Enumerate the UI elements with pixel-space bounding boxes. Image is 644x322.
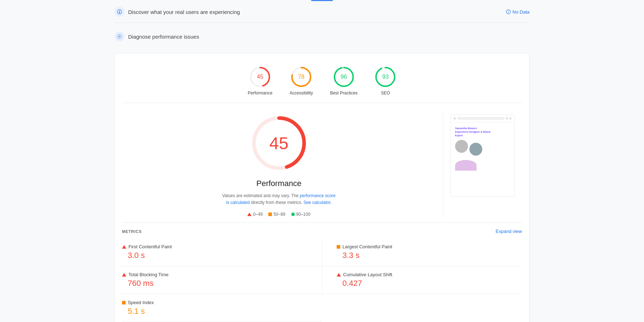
metric-tbt-label-row: Total Blocking Time — [122, 272, 308, 277]
scores-row: 45 Performance 78 Accessibility — [122, 60, 522, 103]
preview-name: Samantha Bowers Experience Designer & Br… — [455, 127, 510, 137]
big-score-area: 45 Performance Values are estimated and … — [122, 103, 522, 223]
svg-rect-2 — [119, 12, 120, 13]
legend-triangle-icon — [247, 213, 252, 216]
legend-red-label: 0–49 — [253, 212, 263, 217]
svg-point-7 — [118, 35, 120, 37]
dot-3 — [509, 117, 512, 119]
metric-cls: Cumulative Layout Shift 0.427 — [322, 266, 522, 294]
screenshot-body: Samantha Bowers Experience Designer & Br… — [451, 122, 514, 175]
metric-si-label-row: Speed Index — [122, 300, 308, 305]
calculator-link[interactable]: See calculator — [303, 200, 330, 205]
metric-fcp-label: First Contentful Paint — [128, 244, 172, 249]
score-circle-best-practices: 96 — [333, 66, 355, 88]
metric-fcp-label-row: First Contentful Paint — [122, 244, 308, 249]
legend-red: 0–49 — [247, 212, 263, 217]
score-circle-performance: 45 — [249, 66, 271, 88]
no-data-button[interactable]: No Data — [506, 9, 530, 15]
metrics-header: METRICS Expand view — [122, 223, 522, 238]
diagnose-icon — [114, 31, 125, 42]
metric-lcp-icon — [337, 245, 340, 249]
score-item-seo[interactable]: 93 SEO — [375, 66, 396, 96]
discover-icon — [114, 7, 125, 17]
diagnose-section-header: Diagnose performance issues — [114, 26, 530, 47]
metric-si-value: 5.1 s — [128, 307, 308, 316]
dot-2 — [506, 117, 508, 119]
big-score-left: 45 Performance Values are estimated and … — [122, 114, 436, 217]
metric-lcp: Largest Contentful Paint 3.3 s — [322, 238, 522, 266]
score-label-seo: SEO — [381, 91, 390, 96]
score-number-accessibility: 78 — [298, 74, 304, 80]
metric-tbt-value: 760 ms — [128, 279, 308, 288]
metric-cls-label-row: Cumulative Layout Shift — [337, 272, 522, 277]
score-label-accessibility: Accessibility — [289, 91, 313, 96]
metric-lcp-label-row: Largest Contentful Paint — [337, 244, 522, 249]
url-bar — [457, 117, 504, 120]
preview-circle-1 — [455, 140, 468, 153]
screenshot-preview: Samantha Bowers Experience Designer & Br… — [450, 114, 515, 197]
screenshot-header — [451, 115, 514, 122]
score-circle-accessibility: 78 — [291, 66, 312, 88]
metrics-title: METRICS — [122, 229, 142, 234]
diagnose-title: Diagnose performance issues — [128, 34, 199, 40]
expand-view-button[interactable]: Expand view — [496, 229, 522, 234]
big-score-desc: Values are estimated and may vary. The p… — [222, 192, 336, 206]
big-score-number: 45 — [269, 133, 288, 153]
no-data-label: No Data — [512, 9, 530, 15]
dot-1 — [454, 117, 456, 119]
metric-tbt-label: Total Blocking Time — [128, 272, 169, 277]
legend-square-icon — [268, 213, 272, 216]
metric-tbt: Total Blocking Time 760 ms — [122, 266, 322, 294]
preview-circle-2 — [469, 143, 482, 156]
score-number-seo: 93 — [382, 74, 389, 80]
svg-point-1 — [119, 11, 120, 12]
legend-orange-label: 50–89 — [273, 212, 285, 217]
metric-fcp: First Contentful Paint 3.0 s — [122, 238, 322, 266]
score-circle-seo: 93 — [375, 66, 396, 88]
preview-blob — [455, 160, 477, 171]
legend-circle-icon — [291, 213, 295, 216]
metrics-grid: First Contentful Paint 3.0 s Largest Con… — [122, 238, 522, 322]
score-label-best-practices: Best Practices — [330, 91, 358, 96]
legend-green-label: 90–100 — [296, 212, 311, 217]
legend-green: 90–100 — [291, 212, 311, 217]
info-icon — [506, 9, 511, 14]
metric-si: Speed Index 5.1 s — [122, 294, 322, 322]
score-number-performance: 45 — [257, 74, 263, 80]
score-legend: 0–49 50–89 90–100 — [247, 212, 310, 217]
metric-fcp-icon — [122, 245, 126, 249]
metric-tbt-icon — [122, 273, 126, 277]
score-number-best-practices: 96 — [341, 74, 347, 80]
score-item-best-practices[interactable]: 96 Best Practices — [330, 66, 358, 96]
metric-si-icon — [122, 301, 126, 304]
preview-circles — [455, 140, 510, 156]
metric-lcp-label: Largest Contentful Paint — [342, 244, 392, 249]
score-item-accessibility[interactable]: 78 Accessibility — [289, 66, 313, 96]
metric-cls-icon — [337, 273, 341, 277]
main-card: 45 Performance 78 Accessibility — [114, 53, 530, 322]
metric-cls-value: 0.427 — [342, 279, 522, 288]
big-score-circle: 45 — [250, 114, 308, 172]
score-label-performance: Performance — [248, 91, 273, 96]
metric-fcp-value: 3.0 s — [128, 251, 308, 260]
metric-cls-label: Cumulative Layout Shift — [343, 272, 392, 277]
legend-orange: 50–89 — [268, 212, 285, 217]
discover-section-header: Discover what your real users are experi… — [114, 1, 530, 23]
metric-si-label: Speed Index — [128, 300, 154, 305]
vertical-divider — [443, 114, 443, 217]
score-item-performance[interactable]: 45 Performance — [248, 66, 273, 96]
big-score-title: Performance — [257, 179, 302, 188]
metric-lcp-value: 3.3 s — [342, 251, 522, 260]
discover-title: Discover what your real users are experi… — [128, 9, 240, 15]
